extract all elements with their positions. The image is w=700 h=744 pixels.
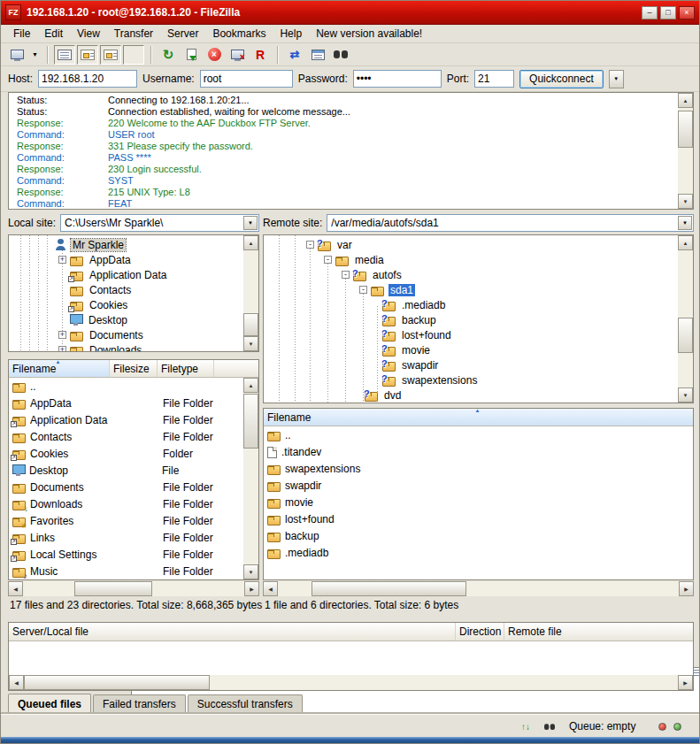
toggle-local-tree-button[interactable] bbox=[77, 45, 98, 65]
scroll-thumb[interactable] bbox=[312, 581, 466, 596]
local-list-scrollbar[interactable]: ▲ ▼ bbox=[243, 378, 258, 579]
tree-item[interactable]: Contacts bbox=[9, 282, 258, 297]
expand-icon[interactable]: + bbox=[58, 346, 66, 352]
scroll-thumb[interactable] bbox=[74, 581, 152, 596]
scroll-left-button[interactable]: ◀ bbox=[9, 675, 24, 690]
tree-item[interactable]: Mr Sparkle bbox=[9, 237, 258, 252]
scroll-thumb[interactable] bbox=[243, 313, 258, 336]
file-row[interactable]: ↗Local SettingsFile Folder bbox=[9, 546, 244, 563]
column-remote-file[interactable]: Remote file bbox=[504, 623, 693, 640]
menu-help[interactable]: Help bbox=[273, 26, 309, 42]
tree-item[interactable]: ?dvd bbox=[264, 387, 693, 403]
tree-item[interactable]: ?.mediadb bbox=[264, 297, 693, 312]
menu-edit[interactable]: Edit bbox=[37, 26, 70, 42]
file-row[interactable]: lost+found bbox=[264, 510, 693, 527]
menu-bookmarks[interactable]: Bookmarks bbox=[205, 26, 273, 42]
scroll-down-button[interactable]: ▼ bbox=[243, 564, 258, 579]
toggle-message-log-button[interactable] bbox=[54, 45, 75, 65]
collapse-icon[interactable]: - bbox=[324, 256, 332, 264]
file-row[interactable]: DocumentsFile Folder bbox=[9, 479, 244, 495]
column-filetype[interactable]: Filetype bbox=[158, 360, 214, 377]
toggle-remote-tree-button[interactable] bbox=[100, 45, 121, 65]
column-filesize[interactable]: Filesize bbox=[110, 360, 158, 377]
maximize-button[interactable]: □ bbox=[660, 6, 676, 19]
scroll-right-button[interactable]: ▶ bbox=[679, 581, 694, 596]
scroll-up-button[interactable]: ▲ bbox=[678, 235, 693, 250]
file-row[interactable]: ↓DownloadsFile Folder bbox=[9, 495, 244, 512]
remote-tree-scrollbar[interactable]: ▲ ▼ bbox=[678, 235, 693, 403]
scroll-up-button[interactable]: ▲ bbox=[678, 93, 693, 108]
site-manager-button[interactable] bbox=[6, 45, 27, 65]
scroll-thumb[interactable] bbox=[243, 394, 258, 449]
tree-item[interactable]: ?swapdir bbox=[264, 357, 693, 372]
file-row[interactable]: ♪MusicFile Folder bbox=[9, 563, 244, 579]
menu-file[interactable]: File bbox=[6, 26, 37, 42]
cancel-button[interactable]: × bbox=[204, 45, 225, 65]
speed-limit-icon[interactable]: ↑↓ bbox=[521, 715, 530, 738]
synchronized-browsing-button[interactable]: ⇄ bbox=[284, 45, 305, 65]
tree-item[interactable]: +Documents bbox=[9, 327, 258, 342]
disconnect-button[interactable]: × bbox=[227, 45, 248, 65]
site-manager-dropdown[interactable]: ▼ bbox=[29, 45, 41, 65]
collapse-icon[interactable]: - bbox=[342, 271, 350, 279]
menu-new-version[interactable]: New version available! bbox=[309, 26, 429, 42]
reconnect-button[interactable]: R bbox=[250, 45, 271, 65]
tab-successful-transfers[interactable]: Successful transfers bbox=[188, 694, 303, 713]
scroll-right-button[interactable]: ▶ bbox=[678, 675, 693, 690]
password-input[interactable] bbox=[353, 70, 442, 88]
file-row[interactable]: ↗Application DataFile Folder bbox=[9, 411, 244, 428]
scroll-thumb[interactable] bbox=[678, 111, 693, 148]
expand-icon[interactable]: + bbox=[58, 331, 66, 339]
host-input[interactable] bbox=[38, 70, 137, 88]
menu-transfer[interactable]: Transfer bbox=[107, 26, 160, 42]
directory-comparison-button[interactable] bbox=[307, 45, 328, 65]
port-input[interactable] bbox=[474, 70, 514, 88]
log-scrollbar[interactable]: ▲ ▼ bbox=[678, 93, 693, 209]
scroll-down-button[interactable]: ▼ bbox=[243, 336, 258, 351]
file-row[interactable]: swapextensions bbox=[264, 460, 693, 477]
file-row[interactable]: ContactsFile Folder bbox=[9, 428, 244, 445]
tab-queued-files[interactable]: Queued files bbox=[8, 694, 91, 713]
minimize-button[interactable]: – bbox=[642, 6, 658, 19]
scroll-up-button[interactable]: ▲ bbox=[243, 235, 258, 250]
file-row[interactable]: .titandev bbox=[264, 443, 693, 460]
process-queue-button[interactable] bbox=[181, 45, 202, 65]
combo-dropdown-icon[interactable]: ▼ bbox=[243, 216, 258, 230]
file-row[interactable]: movie bbox=[264, 494, 693, 510]
tree-item[interactable]: ↗Cookies bbox=[9, 297, 258, 312]
tree-item-selected[interactable]: -sda1 bbox=[264, 282, 693, 297]
file-row[interactable]: ↗LinksFile Folder bbox=[9, 529, 244, 546]
scroll-down-button[interactable]: ▼ bbox=[678, 194, 693, 209]
menu-server[interactable]: Server bbox=[160, 26, 205, 42]
scroll-thumb[interactable] bbox=[24, 675, 210, 690]
file-row[interactable]: DesktopFile bbox=[9, 462, 244, 479]
scroll-up-button[interactable]: ▲ bbox=[243, 378, 258, 393]
tree-item[interactable]: +Downloads bbox=[9, 342, 258, 352]
tab-failed-transfers[interactable]: Failed transfers bbox=[93, 694, 186, 713]
filter-icon[interactable] bbox=[542, 715, 557, 738]
tree-item[interactable]: ?backup bbox=[264, 312, 693, 327]
column-filename[interactable]: ▲Filename bbox=[9, 360, 110, 377]
tree-item[interactable]: -media bbox=[264, 252, 693, 267]
tree-item[interactable]: +AppData bbox=[9, 252, 258, 267]
column-server-local-file[interactable]: Server/Local file bbox=[9, 623, 456, 640]
tree-item[interactable]: ↗Application Data bbox=[9, 267, 258, 282]
queue-hscrollbar[interactable]: ◀ ▶ bbox=[9, 675, 693, 690]
local-tree-scrollbar[interactable]: ▲ ▼ bbox=[243, 235, 258, 351]
file-row[interactable]: backup bbox=[264, 527, 693, 544]
tree-item[interactable]: ?swapextensions bbox=[264, 372, 693, 387]
tree-item[interactable]: ?movie bbox=[264, 342, 693, 357]
remote-site-combobox[interactable]: /var/media/autofs/sda1 ▼ bbox=[327, 214, 694, 232]
file-row[interactable]: swapdir bbox=[264, 477, 693, 494]
username-input[interactable] bbox=[200, 70, 293, 88]
file-row[interactable]: AppDataFile Folder bbox=[9, 395, 244, 411]
tree-item[interactable]: -?autofs bbox=[264, 267, 693, 282]
tree-item[interactable]: -?var bbox=[264, 237, 693, 252]
quickconnect-dropdown[interactable]: ▼ bbox=[609, 70, 624, 88]
tree-item[interactable]: Desktop bbox=[9, 312, 258, 327]
file-row[interactable]: ★FavoritesFile Folder bbox=[9, 512, 244, 529]
combo-dropdown-icon[interactable]: ▼ bbox=[678, 216, 692, 230]
file-row[interactable]: .. bbox=[264, 426, 693, 443]
collapse-icon[interactable]: - bbox=[306, 241, 314, 249]
scroll-thumb[interactable] bbox=[678, 318, 693, 353]
